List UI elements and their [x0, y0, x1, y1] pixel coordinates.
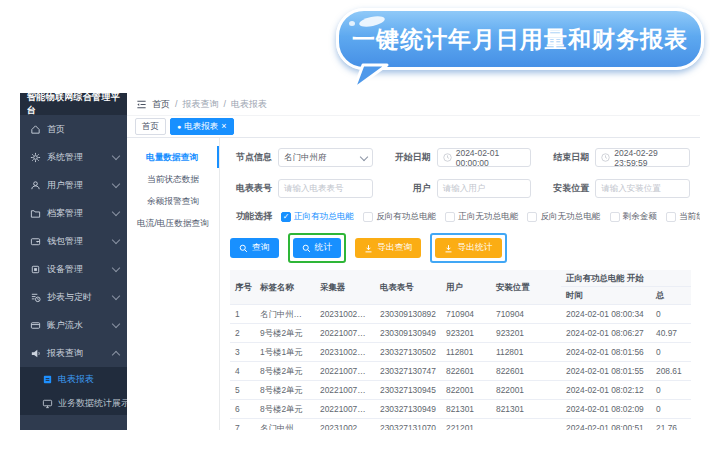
qmenu-item-energy-data[interactable]: 电量数据查询: [127, 146, 219, 168]
table-cell: 112801: [441, 343, 491, 362]
download-icon: [444, 244, 453, 253]
sidebar-subitem-business-stats[interactable]: 业务数据统计展示: [20, 391, 127, 415]
sidebar-subitem-meter-report[interactable]: 电表报表: [20, 367, 127, 391]
chevron-down-icon: [359, 152, 367, 160]
table-row: 48号楼2单元202210072162303271307478226018226…: [230, 362, 691, 381]
col-header-total: 总: [651, 287, 691, 305]
table-cell: 822601: [491, 362, 561, 381]
export-query-button[interactable]: 导出查询: [355, 238, 421, 258]
end-date-input[interactable]: 2024-02-29 23:59:59: [595, 148, 690, 167]
table-cell: 3: [230, 343, 255, 362]
col-header-time: 时间: [561, 287, 651, 305]
table-cell: 20231002595: [315, 343, 375, 362]
checkbox-icon: [610, 212, 620, 222]
report-icon: [30, 348, 41, 359]
chevron-down-icon: [112, 208, 120, 216]
stats-button[interactable]: 统计: [293, 238, 342, 258]
sidebar-item-meter-reading[interactable]: 抄表与定时: [20, 283, 127, 311]
table-cell: 2024-02-01 08:00:51: [561, 419, 651, 431]
table-cell: 4: [230, 362, 255, 381]
table-cell: 821301: [441, 400, 491, 419]
meter-data-table: 序号 标签名称 采集器 电表表号 用户 安装位置 正向有功总电能 开始 时间 总: [230, 270, 691, 430]
breadcrumb-reports[interactable]: 报表查询: [183, 98, 219, 111]
checkbox-forward-reactive[interactable]: 正向无功总电能: [445, 211, 518, 223]
sidebar-item-reports[interactable]: 报表查询: [20, 339, 127, 367]
sidebar-item-archives[interactable]: 档案管理: [20, 199, 127, 227]
transactions-icon: [30, 320, 41, 331]
checkbox-combined-active[interactable]: 当前组合有功总电能: [666, 211, 700, 223]
table-cell: 7: [230, 419, 255, 431]
col-header-collector: 采集器: [315, 270, 375, 305]
table-cell: 710904: [441, 305, 491, 324]
sidebar-item-system[interactable]: 系统管理: [20, 143, 127, 171]
sidebar-item-account-flow[interactable]: 账户流水: [20, 311, 127, 339]
home-icon: [30, 124, 41, 135]
sidebar-item-devices[interactable]: 设备管理: [20, 255, 127, 283]
search-icon: [302, 244, 311, 253]
table-cell: 822601: [441, 362, 491, 381]
table-cell: 40.97: [651, 324, 691, 343]
tab-home[interactable]: 首页: [135, 118, 166, 135]
col-header-user: 用户: [441, 270, 491, 305]
qmenu-item-current-voltage[interactable]: 电流/电压数据查询: [127, 212, 219, 234]
check-icon: ✓: [281, 212, 291, 222]
table-cell: 2024-02-01 08:02:09: [561, 400, 651, 419]
col-header-tag-name: 标签名称: [255, 270, 315, 305]
node-info-select[interactable]: 名门中州府: [278, 148, 373, 167]
table-cell: 6: [230, 400, 255, 419]
user-input[interactable]: 请输入用户: [437, 179, 532, 198]
table-cell: 2024-02-01 08:06:27: [561, 324, 651, 343]
app-title: 智能物联网综合管理平台: [20, 93, 127, 115]
query-button[interactable]: 查询: [230, 238, 279, 258]
location-input[interactable]: 请输入安装位置: [595, 179, 690, 198]
sidebar-item-home[interactable]: 首页: [20, 115, 127, 143]
sidebar-item-users[interactable]: 用户管理: [20, 171, 127, 199]
checkbox-reverse-reactive[interactable]: 反向无功总电能: [527, 211, 600, 223]
collapse-menu-icon[interactable]: [136, 99, 147, 110]
export-stats-button[interactable]: 导出统计: [435, 238, 501, 258]
breadcrumb-home[interactable]: 首页: [152, 98, 170, 111]
start-date-label: 开始日期: [373, 151, 431, 164]
chevron-down-icon: [112, 264, 120, 272]
sidebar-item-wallet[interactable]: 钱包管理: [20, 227, 127, 255]
breadcrumb-current: 电表报表: [231, 98, 267, 111]
checkbox-icon: [363, 212, 373, 222]
checkbox-forward-active[interactable]: ✓ 正向有功总电能: [281, 211, 354, 223]
tab-meter-report[interactable]: ● 电表报表 ×: [170, 118, 234, 135]
meter-report-icon: [42, 374, 53, 385]
table-row: 1名门中州府/7号...2023100263523030913089271090…: [230, 305, 691, 324]
table-cell: 20221007321: [315, 381, 375, 400]
table-cell: 0: [651, 343, 691, 362]
monitor-icon: [42, 398, 53, 409]
form-row-2: 电表表号 请输入电表表号 用户 请输入用户 安装位置 请输入安装位置: [230, 179, 690, 198]
checkbox-remaining-balance[interactable]: 剩余金额: [610, 211, 657, 223]
table-cell: 9号楼2单元: [255, 324, 315, 343]
query-type-menu: 电量数据查询 当前状态数据 余额报警查询 电流/电压数据查询: [127, 138, 220, 430]
checkbox-icon: [445, 212, 455, 222]
table-cell: 0: [651, 381, 691, 400]
table-cell: 230327130747: [375, 362, 441, 381]
table-cell: 2024-02-01 08:02:12: [561, 381, 651, 400]
table-cell: 923201: [441, 324, 491, 343]
bubble-shine-small: [349, 21, 355, 26]
table-cell: 208.61: [651, 362, 691, 381]
close-icon[interactable]: ×: [221, 122, 226, 131]
chevron-up-icon: [112, 350, 120, 358]
table-cell: 923201: [491, 324, 561, 343]
start-date-input[interactable]: 2024-02-01 00:00:00: [437, 148, 532, 167]
table-cell: 5: [230, 381, 255, 400]
chevron-down-icon: [112, 180, 120, 188]
button-row: 查询 统计 导出查询 导: [230, 233, 690, 263]
table-cell: 20221007216: [315, 362, 375, 381]
qmenu-item-balance-alarm[interactable]: 余额报警查询: [127, 190, 219, 212]
download-icon: [364, 244, 373, 253]
meter-clock-icon: [30, 292, 41, 303]
end-date-label: 结束日期: [531, 151, 589, 164]
table-cell: 2024-02-01 08:01:56: [561, 343, 651, 362]
qmenu-item-current-status[interactable]: 当前状态数据: [127, 168, 219, 190]
callout-text: 一键统计年月日用量和财务报表: [352, 24, 688, 55]
table-cell: 2024-02-01 08:01:55: [561, 362, 651, 381]
meter-no-input[interactable]: 请输入电表表号: [278, 179, 373, 198]
table-cell: 20221007285: [315, 324, 375, 343]
checkbox-reverse-active[interactable]: 反向有功总电能: [363, 211, 436, 223]
